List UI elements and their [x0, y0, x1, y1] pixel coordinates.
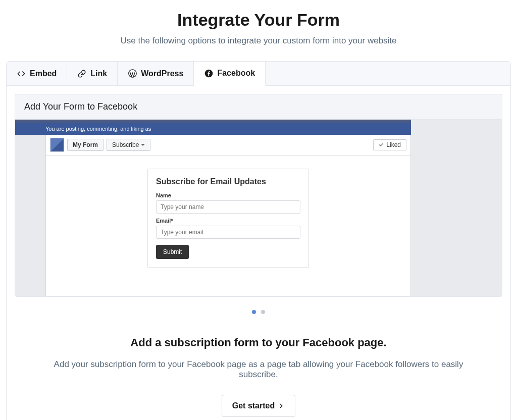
- chevron-right-icon: [278, 402, 285, 409]
- code-icon: [17, 69, 26, 78]
- fb-topbar: You are posting, commenting, and liking …: [15, 120, 411, 135]
- tab-link[interactable]: Link: [67, 62, 118, 85]
- section-title: Add a subscription form to your Facebook…: [35, 336, 482, 349]
- fb-body: Subscribe for Email Updates Name Email* …: [45, 155, 411, 296]
- tab-wordpress[interactable]: WordPress: [118, 62, 194, 85]
- integration-card: Embed Link WordPress Facebook Add Your F…: [6, 61, 511, 420]
- link-icon: [77, 69, 86, 78]
- get-started-button[interactable]: Get started: [222, 395, 295, 417]
- tab-embed[interactable]: Embed: [7, 62, 67, 85]
- name-input[interactable]: [156, 200, 300, 214]
- fb-tab-myform[interactable]: My Form: [67, 139, 104, 151]
- email-label: Email*: [156, 218, 300, 224]
- page-subtitle: Use the following options to integrate y…: [0, 36, 517, 46]
- carousel-dots: [15, 297, 502, 336]
- tab-label: Facebook: [217, 69, 255, 78]
- email-input[interactable]: [156, 226, 300, 239]
- fb-liked-label: Liked: [386, 141, 401, 148]
- fb-liked-button[interactable]: Liked: [373, 139, 406, 150]
- tab-label: Link: [90, 69, 107, 78]
- fb-topbar-text: You are posting, commenting, and liking …: [45, 126, 151, 132]
- name-label: Name: [156, 192, 300, 198]
- tab-label: WordPress: [141, 69, 183, 78]
- carousel-dot-1[interactable]: [252, 310, 256, 314]
- get-started-label: Get started: [232, 401, 275, 410]
- tabs: Embed Link WordPress Facebook: [7, 62, 510, 86]
- facebook-preview: You are posting, commenting, and liking …: [15, 119, 502, 297]
- tab-label: Embed: [30, 69, 57, 78]
- tab-facebook[interactable]: Facebook: [194, 62, 266, 86]
- fb-page-logo-icon: [50, 138, 64, 152]
- check-icon: [379, 142, 384, 147]
- wordpress-icon: [128, 69, 137, 78]
- page-title: Integrate Your Form: [0, 10, 517, 30]
- fb-tabbar: My Form Subscribe Liked: [45, 135, 411, 155]
- fb-form-card: Subscribe for Email Updates Name Email* …: [147, 169, 309, 268]
- section-description: Add your subscription form to your Faceb…: [35, 359, 482, 380]
- submit-button[interactable]: Submit: [156, 245, 189, 259]
- cta-section: Add a subscription form to your Facebook…: [15, 336, 502, 420]
- carousel-dot-2[interactable]: [261, 310, 265, 314]
- fb-form-title: Subscribe for Email Updates: [156, 177, 300, 186]
- panel: Add Your Form to Facebook You are postin…: [7, 86, 510, 420]
- panel-header: Add Your Form to Facebook: [15, 94, 502, 119]
- facebook-icon: [204, 69, 213, 78]
- fb-tab-subscribe[interactable]: Subscribe: [107, 139, 150, 151]
